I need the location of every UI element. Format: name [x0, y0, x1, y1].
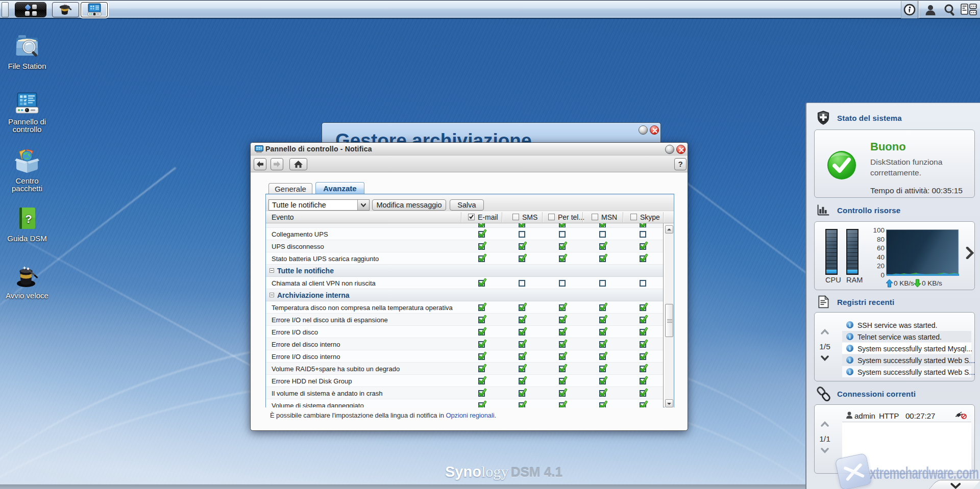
svg-text:?: ? — [25, 213, 32, 225]
